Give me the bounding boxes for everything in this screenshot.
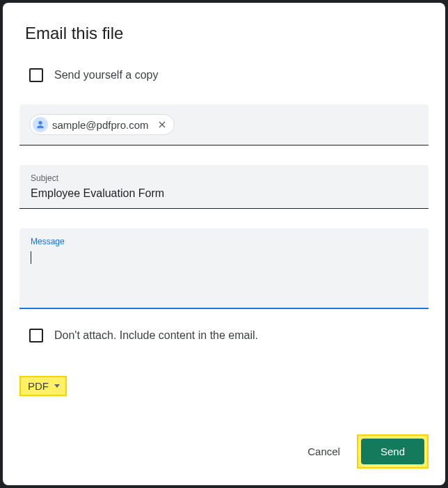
format-selected: PDF bbox=[28, 380, 49, 392]
svg-point-0 bbox=[38, 121, 42, 125]
subject-field-container[interactable]: Subject bbox=[19, 165, 429, 209]
send-button-highlight: Send bbox=[357, 434, 429, 469]
recipients-field[interactable]: sample@pdfpro.com bbox=[19, 104, 429, 145]
subject-input[interactable] bbox=[31, 187, 417, 200]
recipient-chip: sample@pdfpro.com bbox=[29, 114, 175, 135]
send-copy-row: Send yourself a copy bbox=[29, 68, 429, 82]
dialog-actions: Cancel Send bbox=[291, 434, 429, 469]
format-dropdown[interactable]: PDF bbox=[19, 376, 67, 396]
dialog-title: Email this file bbox=[25, 24, 429, 43]
send-button[interactable]: Send bbox=[361, 439, 424, 464]
dont-attach-checkbox[interactable] bbox=[29, 329, 43, 343]
message-field-container[interactable]: Message bbox=[19, 228, 429, 309]
chevron-down-icon bbox=[54, 384, 60, 388]
send-copy-checkbox[interactable] bbox=[29, 68, 43, 82]
remove-recipient-button[interactable] bbox=[156, 118, 168, 131]
email-file-dialog: Email this file Send yourself a copy sam… bbox=[3, 3, 445, 485]
person-icon bbox=[33, 117, 48, 132]
message-label: Message bbox=[31, 237, 417, 246]
dont-attach-label: Don't attach. Include content in the ema… bbox=[54, 329, 258, 342]
dont-attach-row: Don't attach. Include content in the ema… bbox=[29, 329, 429, 343]
recipient-email: sample@pdfpro.com bbox=[52, 119, 149, 131]
message-textarea[interactable] bbox=[31, 251, 417, 264]
send-copy-label: Send yourself a copy bbox=[54, 69, 158, 81]
cancel-button[interactable]: Cancel bbox=[291, 439, 357, 464]
subject-label: Subject bbox=[31, 173, 417, 183]
